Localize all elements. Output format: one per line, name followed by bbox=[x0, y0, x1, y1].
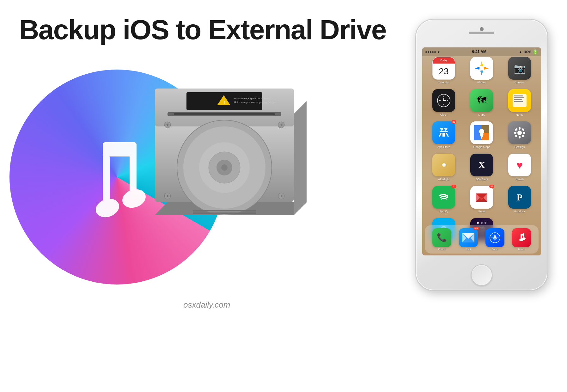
app-label-afterlight: Afterlight bbox=[438, 178, 449, 181]
svg-point-18 bbox=[221, 164, 228, 171]
app-item-osxdaily[interactable]: X OSXDaily bbox=[464, 154, 499, 181]
time-display: 9:41 AM bbox=[472, 50, 486, 54]
appstore-badge: 30 bbox=[451, 120, 456, 124]
page-dot-3 bbox=[485, 222, 486, 224]
app-icon-settings bbox=[508, 121, 531, 144]
health-heart-icon: ♥ bbox=[516, 159, 523, 171]
pandora-p-icon: P bbox=[517, 192, 522, 203]
app-item-photos[interactable]: Photos bbox=[464, 57, 499, 84]
app-label-googlemaps: Google Maps bbox=[473, 145, 490, 149]
page-dot-1 bbox=[477, 222, 479, 224]
hard-drive-image: ! avoid damaging the circuit board. Make… bbox=[136, 51, 313, 234]
app-icon-calendar: Friday 23 bbox=[432, 57, 455, 80]
svg-point-3 bbox=[93, 196, 122, 221]
afterlight-symbol: ✦ bbox=[440, 160, 448, 170]
app-label-camera: Camera bbox=[515, 81, 525, 84]
calendar-day-name: Friday bbox=[440, 59, 447, 61]
svg-point-48 bbox=[479, 129, 484, 134]
svg-rect-51 bbox=[519, 127, 521, 130]
svg-rect-43 bbox=[442, 133, 445, 134]
iphone-dock: 📞 Phone 402 bbox=[425, 225, 539, 254]
app-icon-afterlight: ✦ bbox=[432, 154, 455, 176]
svg-rect-57 bbox=[515, 134, 518, 138]
dock-label-music: Music bbox=[518, 248, 525, 251]
dock-label-safari: Safari bbox=[492, 248, 498, 251]
signal-dot-4 bbox=[432, 51, 434, 53]
svg-rect-55 bbox=[515, 128, 518, 131]
app-label-spotify: Spotify bbox=[439, 210, 448, 213]
app-icon-maps: 🗺 bbox=[470, 89, 493, 112]
signal-dot-5 bbox=[434, 51, 436, 53]
dock-item-music[interactable]: Music bbox=[512, 228, 531, 251]
status-bar: ▾ 9:41 AM ▲ 100% 🔋 bbox=[422, 47, 541, 56]
signal-dot-3 bbox=[430, 51, 431, 53]
svg-rect-56 bbox=[521, 128, 525, 131]
gmail-badge: 36 bbox=[489, 185, 494, 188]
dock-item-safari[interactable]: Safari bbox=[485, 228, 504, 251]
app-item-gmail[interactable]: 36 Gmail bbox=[464, 186, 499, 213]
phone-icon: 📞 bbox=[437, 233, 447, 242]
svg-rect-12 bbox=[174, 113, 275, 115]
app-icon-gmail: 36 bbox=[470, 186, 493, 209]
svg-point-41 bbox=[443, 100, 444, 101]
app-item-camera[interactable]: 📷 Camera bbox=[502, 57, 537, 84]
dock-item-mail[interactable]: 402 Mail bbox=[459, 228, 478, 251]
dock-label-phone: Phone bbox=[438, 248, 445, 251]
app-icon-camera: 📷 bbox=[508, 57, 531, 80]
app-item-spotify[interactable]: 2 Spotify bbox=[426, 186, 461, 213]
app-icon-clock bbox=[432, 89, 455, 112]
app-item-afterlight[interactable]: ✦ Afterlight bbox=[426, 154, 461, 181]
calendar-date: 23 bbox=[439, 66, 448, 77]
app-label-clock: Clock bbox=[440, 113, 448, 116]
dock-icon-music bbox=[512, 228, 531, 247]
svg-rect-53 bbox=[514, 132, 516, 134]
app-label-appstore: App Store bbox=[437, 145, 450, 149]
dock-icon-mail: 402 bbox=[459, 228, 478, 247]
dock-label-mail: Mail bbox=[466, 248, 471, 251]
iphone-home-button[interactable] bbox=[471, 264, 492, 286]
svg-point-33 bbox=[479, 66, 484, 70]
app-item-settings[interactable]: Settings bbox=[502, 121, 537, 149]
svg-text:Make sure you are properly gro: Make sure you are properly grounded. bbox=[234, 101, 277, 104]
app-icon-photos bbox=[470, 57, 493, 80]
app-label-gmail: Gmail bbox=[478, 210, 485, 213]
app-icon-osxdaily: X bbox=[470, 154, 493, 176]
svg-text:avoid damaging the circuit boa: avoid damaging the circuit board. bbox=[234, 97, 271, 100]
svg-rect-54 bbox=[523, 132, 525, 134]
iphone-front-camera bbox=[480, 27, 484, 31]
svg-point-50 bbox=[517, 131, 522, 135]
camera-icon: 📷 bbox=[514, 63, 526, 74]
app-item-appstore[interactable]: 30 App Store bbox=[426, 121, 461, 149]
app-item-maps[interactable]: 🗺 Maps bbox=[464, 89, 499, 116]
iphone-container: ▾ 9:41 AM ▲ 100% 🔋 bbox=[415, 19, 548, 367]
svg-rect-58 bbox=[521, 134, 525, 138]
iphone-frame: ▾ 9:41 AM ▲ 100% 🔋 bbox=[415, 19, 548, 291]
app-item-calendar[interactable]: Friday 23 Calendar bbox=[426, 57, 461, 84]
svg-text:!: ! bbox=[224, 101, 225, 104]
svg-point-77 bbox=[522, 237, 526, 240]
watermark: osxdaily.com bbox=[183, 300, 230, 310]
spotify-badge: 2 bbox=[451, 185, 456, 188]
svg-rect-75 bbox=[521, 234, 524, 236]
app-item-googlemaps[interactable]: Google Maps bbox=[464, 121, 499, 149]
battery-pct: 100% bbox=[523, 50, 531, 54]
app-label-photos: Photos bbox=[477, 81, 486, 84]
app-icon-appstore: 30 bbox=[432, 121, 455, 144]
page-dot-2 bbox=[481, 222, 483, 224]
svg-rect-2 bbox=[103, 142, 137, 156]
iphone-speaker bbox=[469, 32, 494, 34]
page-title: Backup iOS to External Drive bbox=[19, 15, 386, 44]
osxdaily-x-icon: X bbox=[479, 160, 485, 170]
dock-item-phone[interactable]: 📞 Phone bbox=[432, 228, 451, 251]
app-item-pandora[interactable]: P Pandora bbox=[502, 186, 537, 213]
app-item-notes[interactable]: Notes bbox=[502, 89, 537, 116]
svg-rect-32 bbox=[193, 212, 256, 214]
dock-icon-phone: 📞 bbox=[432, 228, 451, 247]
app-label-osxdaily: OSXDaily bbox=[475, 178, 488, 181]
app-item-health[interactable]: ♥ Health bbox=[502, 154, 537, 181]
app-item-clock[interactable]: Clock bbox=[426, 89, 461, 116]
app-label-calendar: Calendar bbox=[438, 81, 450, 84]
app-icon-googlemaps bbox=[470, 121, 493, 144]
app-label-pandora: Pandora bbox=[514, 210, 525, 213]
app-icon-pandora: P bbox=[508, 186, 531, 209]
